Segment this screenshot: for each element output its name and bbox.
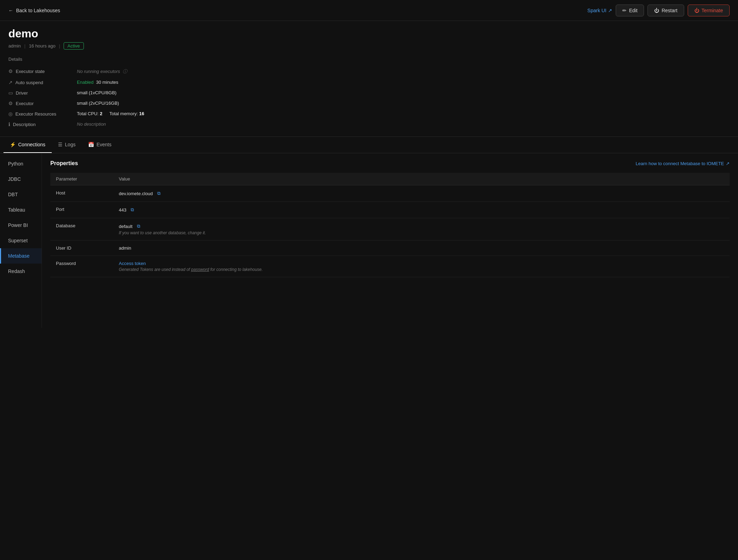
connections-tab-icon: ⚡ [10, 142, 16, 147]
details-label: Details [8, 57, 730, 62]
col-value: Value [113, 173, 730, 185]
terminate-button[interactable]: ⏻ Terminate [688, 5, 730, 16]
edit-label: Edit [629, 8, 637, 13]
details-section: Details ⚙ Executor state No running exec… [0, 53, 738, 137]
sidebar-dbt-label: DBT [8, 192, 18, 197]
value-userid: admin [113, 241, 730, 256]
detail-key-executor-state: ⚙ Executor state [8, 68, 71, 74]
table-row-password: Password Access token Generated Tokens a… [50, 256, 730, 277]
back-arrow-icon: ← [8, 8, 13, 13]
back-label: Back to Lakehouses [16, 8, 60, 13]
sidebar-item-python[interactable]: Python [0, 156, 42, 171]
detail-row-executor-state: ⚙ Executor state No running executors ⓘ [8, 66, 730, 77]
external-link-icon: ↗ [608, 8, 612, 13]
sidebar-item-jdbc[interactable]: JDBC [0, 171, 42, 187]
sidebar-tableau-label: Tableau [8, 207, 25, 213]
sidebar-item-dbt[interactable]: DBT [0, 187, 42, 202]
terminate-power-icon: ⏻ [694, 8, 699, 13]
detail-key-executor-resources: ◎ Executor Resources [8, 111, 71, 117]
driver-icon: ▭ [8, 90, 13, 96]
tab-events[interactable]: 📅 Events [82, 137, 118, 153]
detail-row-auto-suspend: ↗ Auto suspend Enabled 30 minutes [8, 77, 730, 88]
events-tab-icon: 📅 [88, 142, 94, 147]
param-database: Database [50, 218, 113, 241]
learn-link-icon: ↗ [726, 161, 730, 166]
sidebar-item-metabase[interactable]: Metabase [0, 248, 42, 264]
detail-key-auto-suspend: ↗ Auto suspend [8, 80, 71, 85]
detail-value-executor-state: No running executors ⓘ [77, 68, 127, 75]
database-note: If you want to use another database, cha… [119, 230, 724, 235]
sidebar-item-powerbi[interactable]: Power BI [0, 218, 42, 233]
detail-key-description: ℹ Description [8, 121, 71, 127]
page-header: demo admin | 16 hours ago | Active [0, 21, 738, 53]
edit-icon: ✏ [622, 8, 627, 13]
sidebar-jdbc-label: JDBC [8, 176, 21, 182]
logs-tab-label: Logs [65, 142, 75, 147]
sidebar: Python JDBC DBT Tableau Power BI Superse… [0, 153, 42, 328]
table-row-userid: User ID admin [50, 241, 730, 256]
learn-link[interactable]: Learn how to connect Metabase to IOMETE … [636, 161, 730, 166]
properties-header: Properties Learn how to connect Metabase… [50, 160, 730, 167]
restart-button[interactable]: ⏻ Restart [647, 5, 684, 16]
database-copy-icon[interactable]: ⧉ [135, 223, 142, 229]
value-database: default ⧉ If you want to use another dat… [113, 218, 730, 241]
properties-title: Properties [50, 160, 78, 167]
page-user: admin [8, 43, 21, 49]
tab-connections[interactable]: ⚡ Connections [3, 137, 52, 153]
sidebar-superset-label: Superset [8, 238, 28, 243]
value-password: Access token Generated Tokens are used i… [113, 256, 730, 277]
port-copy-icon[interactable]: ⧉ [129, 207, 136, 213]
access-token-link[interactable]: Access token [119, 261, 724, 266]
sidebar-redash-label: Redash [8, 268, 25, 274]
table-row-database: Database default ⧉ If you want to use an… [50, 218, 730, 241]
host-copy-icon[interactable]: ⧉ [155, 190, 162, 197]
learn-link-label: Learn how to connect Metabase to IOMETE [636, 161, 724, 166]
restart-label: Restart [661, 8, 677, 13]
sidebar-item-redash[interactable]: Redash [0, 264, 42, 279]
param-host: Host [50, 185, 113, 202]
detail-row-executor: ⚙ Executor small (2vCPU/16GB) [8, 98, 730, 109]
col-param: Parameter [50, 173, 113, 185]
executor-icon: ⚙ [8, 101, 13, 106]
spark-ui-link[interactable]: Spark UI ↗ [587, 8, 612, 13]
meta-divider2: | [59, 43, 60, 49]
detail-value-executor-resources: Total CPU: 2 Total memory: 16 [77, 111, 144, 116]
value-port: 443 ⧉ [113, 202, 730, 218]
port-value: 443 [119, 207, 126, 213]
host-value: dev.iomete.cloud [119, 191, 153, 196]
value-host: dev.iomete.cloud ⧉ [113, 185, 730, 202]
password-note: Generated Tokens are used instead of pas… [119, 267, 724, 272]
sidebar-item-tableau[interactable]: Tableau [0, 202, 42, 218]
top-bar: ← Back to Lakehouses Spark UI ↗ ✏ Edit ⏻… [0, 0, 738, 21]
back-link[interactable]: ← Back to Lakehouses [8, 8, 60, 13]
param-password: Password [50, 256, 113, 277]
page-time-ago: 16 hours ago [29, 43, 56, 49]
edit-button[interactable]: ✏ Edit [616, 5, 644, 16]
top-actions: Spark UI ↗ ✏ Edit ⏻ Restart ⏻ Terminate [587, 5, 730, 16]
table-row-host: Host dev.iomete.cloud ⧉ [50, 185, 730, 202]
detail-key-executor: ⚙ Executor [8, 101, 71, 106]
properties-panel: Properties Learn how to connect Metabase… [42, 153, 738, 328]
param-userid: User ID [50, 241, 113, 256]
password-underline: password [191, 267, 209, 272]
meta-divider: | [24, 43, 25, 49]
tab-logs[interactable]: ☰ Logs [52, 137, 82, 153]
sidebar-powerbi-label: Power BI [8, 222, 28, 228]
terminate-label: Terminate [702, 8, 723, 13]
detail-value-auto-suspend: Enabled 30 minutes [77, 80, 118, 85]
executor-resources-icon: ◎ [8, 111, 13, 117]
detail-value-executor: small (2vCPU/16GB) [77, 101, 119, 106]
properties-table: Parameter Value Host dev.iomete.cloud ⧉ [50, 173, 730, 277]
sidebar-item-superset[interactable]: Superset [0, 233, 42, 248]
status-badge: Active [64, 42, 84, 50]
database-value: default [119, 224, 132, 229]
events-tab-label: Events [96, 142, 111, 147]
detail-key-driver: ▭ Driver [8, 90, 71, 96]
content-area: Python JDBC DBT Tableau Power BI Superse… [0, 153, 738, 328]
page-meta: admin | 16 hours ago | Active [8, 42, 730, 50]
spark-ui-label: Spark UI [587, 8, 606, 13]
power-icon: ⏻ [654, 8, 659, 13]
detail-value-description: No description [77, 121, 106, 127]
description-icon: ℹ [8, 121, 10, 127]
auto-suspend-icon: ↗ [8, 80, 13, 85]
